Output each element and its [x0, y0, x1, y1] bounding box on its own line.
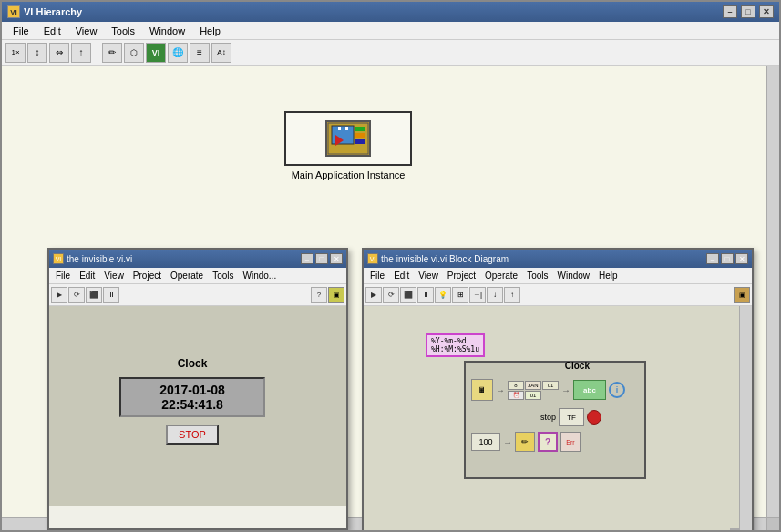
bd-minimize[interactable]: –: [706, 253, 719, 264]
menu-view[interactable]: View: [68, 24, 105, 38]
fp-title-bar: VI the invisible vi.vi – □ ✕: [49, 250, 346, 268]
bd-menu-edit[interactable]: Edit: [389, 270, 414, 281]
clock-diagram-label: Clock: [565, 361, 590, 371]
error-icon: Err: [560, 432, 581, 452]
bd-menu-file[interactable]: File: [365, 270, 389, 281]
fp-menu-view[interactable]: View: [99, 270, 128, 281]
time-icon4: ⏰: [508, 391, 524, 400]
toolbar-menu1[interactable]: ≡: [190, 43, 210, 63]
fp-controls: – □ ✕: [301, 253, 343, 264]
fp-help[interactable]: ?: [311, 287, 327, 303]
menu-window[interactable]: Window: [142, 24, 192, 38]
fp-minimize[interactable]: –: [301, 253, 313, 264]
clock-value: 2017-01-08 22:54:41.8: [119, 377, 265, 417]
time-cluster: 8 JAN 01 ⏰ 01: [508, 381, 559, 400]
bd-close[interactable]: ✕: [735, 253, 748, 264]
toolbar-edit[interactable]: ✏: [102, 43, 122, 63]
svg-rect-3: [345, 127, 348, 130]
toolbar-zoom[interactable]: 1×: [5, 43, 26, 63]
fp-toolbar: ▶ ⟳ ⬛ ⏸ ? ▣: [49, 284, 346, 306]
fp-clock-area: Clock 2017-01-08 22:54:41.8 STOP: [49, 306, 346, 506]
bd-pause[interactable]: ⏸: [417, 287, 434, 303]
bd-step-out[interactable]: ↑: [504, 287, 520, 303]
fp-run[interactable]: ▶: [51, 287, 67, 303]
menu-help[interactable]: Help: [192, 24, 228, 38]
bd-toolbar: ▶ ⟳ ⬛ ⏸ 💡 ⊞ →| ↓ ↑ ▣: [364, 284, 752, 306]
fp-menu-operate[interactable]: Operate: [166, 270, 208, 281]
diagram-cluster: Clock 🖩 → 8 JA: [464, 361, 673, 488]
title-bar-controls: – □ ✕: [723, 5, 774, 18]
fp-abort[interactable]: ⬛: [86, 287, 102, 303]
fp-title: the invisible vi.vi: [67, 254, 132, 264]
close-button[interactable]: ✕: [759, 5, 774, 18]
bd-step-into[interactable]: ↓: [487, 287, 503, 303]
bd-abort[interactable]: ⬛: [400, 287, 416, 303]
bd-light[interactable]: 💡: [435, 287, 451, 303]
stop-button[interactable]: STOP: [166, 425, 219, 445]
main-corner: [766, 517, 779, 530]
bd-restore[interactable]: □: [721, 253, 734, 264]
cluster-box: Clock 🖩 → 8 JA: [464, 361, 646, 479]
bd-scrollbar-right[interactable]: [739, 306, 752, 530]
fp-menu-file[interactable]: File: [51, 270, 75, 281]
main-scrollbar-right[interactable]: [766, 66, 779, 530]
time-icon1: 8: [508, 381, 524, 390]
bd-context[interactable]: ⊞: [452, 287, 468, 303]
fp-menu-tools[interactable]: Tools: [208, 270, 238, 281]
bd-run-cont[interactable]: ⟳: [383, 287, 399, 303]
menu-tools[interactable]: Tools: [104, 24, 142, 38]
bd-menu-view[interactable]: View: [414, 270, 443, 281]
fp-icon: VI: [53, 253, 64, 264]
title-bar: VI VI Hierarchy – □ ✕: [2, 2, 779, 22]
svg-rect-2: [338, 127, 341, 130]
fp-pause[interactable]: ⏸: [103, 287, 119, 303]
menu-file[interactable]: File: [5, 24, 36, 38]
bd-menu-window[interactable]: Window: [552, 270, 594, 281]
fp-menu-edit[interactable]: Edit: [75, 270, 99, 281]
bd-menu-project[interactable]: Project: [443, 270, 480, 281]
restore-button[interactable]: □: [741, 5, 755, 18]
toolbar-web[interactable]: 🌐: [168, 43, 188, 63]
time-icon3: 01: [542, 381, 559, 390]
clock-date: 2017-01-08: [132, 383, 252, 397]
bd-menu-bar: File Edit View Project Operate Tools Win…: [364, 268, 752, 284]
toolbar-fit-h[interactable]: ⇔: [49, 43, 69, 63]
node-box[interactable]: [284, 111, 412, 166]
toolbar-fit-v[interactable]: ↕: [27, 43, 47, 63]
svg-rect-5: [355, 127, 365, 131]
svg-rect-6: [355, 133, 365, 138]
fp-toolbar-icon: ▣: [328, 287, 344, 303]
title-bar-left: VI VI Hierarchy: [7, 5, 82, 18]
fp-close[interactable]: ✕: [330, 253, 343, 264]
time-icon5: 01: [525, 391, 541, 400]
bd-title-bar: VI the invisible vi.vi Block Diagram – □…: [364, 250, 752, 268]
bd-menu-operate[interactable]: Operate: [480, 270, 522, 281]
menu-bar: File Edit View Tools Window Help: [2, 22, 779, 40]
fp-menu-window[interactable]: Windo...: [238, 270, 281, 281]
bd-step-over[interactable]: →|: [469, 287, 486, 303]
toolbar-up[interactable]: ↑: [71, 43, 91, 63]
toolbar-network[interactable]: ⬡: [124, 43, 144, 63]
toolbar-font[interactable]: A↕: [211, 43, 231, 63]
bd-run[interactable]: ▶: [365, 287, 382, 303]
fp-restore[interactable]: □: [315, 253, 328, 264]
window-title: VI Hierarchy: [24, 6, 82, 17]
time-row2: ⏰ 01: [508, 391, 559, 400]
format-string-container: %Y-%m-%d %H:%M:%S%1u: [426, 333, 485, 357]
clock-display: Clock 2017-01-08 22:54:41.8 STOP: [119, 357, 265, 445]
svg-rect-7: [355, 139, 365, 144]
fp-run-cont[interactable]: ⟳: [68, 287, 85, 303]
fp-menu-bar: File Edit View Project Operate Tools Win…: [49, 268, 346, 284]
bd-toolbar-icon: ▣: [734, 287, 750, 303]
sep1: [95, 44, 98, 62]
calc-icon: 🖩: [471, 379, 493, 401]
toolbar: 1× ↕ ⇔ ↑ ✏ ⬡ VI 🌐 ≡ A↕: [2, 40, 779, 66]
minimize-button[interactable]: –: [723, 5, 737, 18]
bd-menu-tools[interactable]: Tools: [522, 270, 552, 281]
menu-edit[interactable]: Edit: [36, 24, 68, 38]
bd-menu-help[interactable]: Help: [594, 270, 622, 281]
fp-menu-project[interactable]: Project: [128, 270, 166, 281]
row1: 🖩 → 8 JAN 01: [471, 379, 639, 401]
toolbar-vi[interactable]: VI: [146, 43, 166, 63]
fp-title-left: VI the invisible vi.vi: [53, 253, 132, 264]
